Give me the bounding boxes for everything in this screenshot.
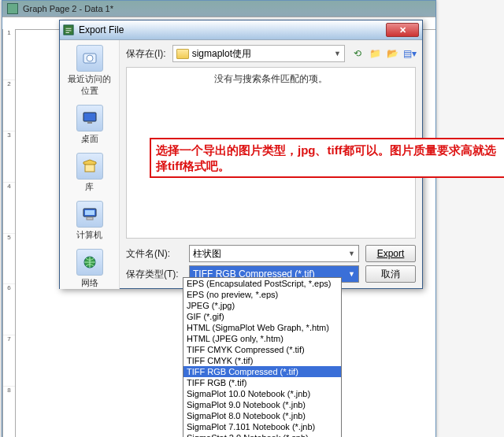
filetype-option[interactable]: SigmaStat 2.0 Notebook (*.snb) bbox=[183, 432, 341, 437]
place-computer-label: 计算机 bbox=[76, 229, 102, 241]
filename-value: 柱状图 bbox=[193, 247, 221, 261]
filetype-option[interactable]: HTML (JPEG only, *.htm) bbox=[183, 333, 341, 344]
place-desktop[interactable]: 桌面 bbox=[66, 105, 113, 145]
save-in-combo[interactable]: sigmaplot使用 ▼ bbox=[172, 45, 345, 62]
chevron-down-icon: ▼ bbox=[348, 250, 355, 257]
filetype-option[interactable]: SigmaPlot 8.0 Notebook (*.jnb) bbox=[183, 410, 341, 421]
filetype-option[interactable]: SigmaPlot 7.101 Notebook (*.jnb) bbox=[183, 421, 341, 432]
cancel-button[interactable]: 取消 bbox=[365, 265, 416, 283]
filetype-option[interactable]: HTML (SigmaPlot Web Graph, *.htm) bbox=[183, 322, 341, 333]
filetype-option[interactable]: JPEG (*.jpg) bbox=[183, 300, 341, 311]
computer-icon bbox=[76, 201, 103, 228]
export-file-icon bbox=[63, 24, 74, 35]
place-computer[interactable]: 计算机 bbox=[66, 201, 113, 241]
network-icon bbox=[76, 249, 103, 276]
filename-label: 文件名(N): bbox=[126, 247, 183, 261]
filetype-option[interactable]: EPS (Encapsulated PostScript, *.eps) bbox=[183, 278, 341, 289]
recent-places-icon bbox=[76, 45, 103, 72]
filetype-option[interactable]: TIFF RGB (*.tif) bbox=[183, 377, 341, 388]
filetype-option[interactable]: TIFF CMYK (*.tif) bbox=[183, 355, 341, 366]
chevron-down-icon: ▼ bbox=[348, 270, 355, 278]
annotation-callout: 选择一个导出的图片类型，jpg、tiff都可以。图片质量要求高就选择tiff格式… bbox=[150, 138, 504, 178]
chevron-down-icon: ▼ bbox=[334, 50, 341, 57]
export-button-label: Export bbox=[377, 248, 405, 259]
svg-rect-3 bbox=[83, 113, 96, 121]
filetype-option[interactable]: EPS (no preview, *.eps) bbox=[183, 289, 341, 300]
folder-icon bbox=[176, 49, 189, 59]
filetype-option[interactable]: GIF (*.gif) bbox=[183, 311, 341, 322]
graph-page-icon bbox=[7, 3, 18, 14]
up-folder-icon[interactable]: 📁 bbox=[369, 47, 381, 60]
save-in-label: 保存在(I): bbox=[126, 47, 166, 61]
filetype-option[interactable]: TIFF RGB Compressed (*.tif) bbox=[183, 366, 341, 377]
filetype-option[interactable]: SigmaPlot 9.0 Notebook (*.jnb) bbox=[183, 399, 341, 410]
place-library-label: 库 bbox=[85, 181, 94, 193]
filetype-dropdown-list[interactable]: EPS (Encapsulated PostScript, *.eps)EPS … bbox=[183, 277, 342, 437]
export-button[interactable]: Export bbox=[365, 245, 416, 262]
close-button[interactable]: ✕ bbox=[386, 23, 419, 37]
filetype-label: 保存类型(T): bbox=[126, 268, 183, 281]
back-icon[interactable]: ⟲ bbox=[351, 47, 364, 60]
svg-rect-0 bbox=[64, 25, 73, 35]
new-folder-icon[interactable]: 📂 bbox=[386, 47, 398, 60]
empty-message: 没有与搜索条件匹配的项。 bbox=[214, 72, 328, 86]
place-recent-label: 最近访问的位置 bbox=[66, 73, 113, 97]
filetype-option[interactable]: TIFF CMYK Compressed (*.tif) bbox=[183, 344, 341, 355]
svg-point-2 bbox=[87, 55, 93, 61]
filetype-option[interactable]: SigmaPlot 10.0 Notebook (*.jnb) bbox=[183, 388, 341, 399]
ruler-vertical: 12345678 bbox=[2, 29, 16, 437]
desktop-icon bbox=[76, 105, 103, 131]
save-in-value: sigmaplot使用 bbox=[192, 47, 251, 61]
svg-rect-5 bbox=[85, 165, 94, 172]
graph-page-title: Graph Page 2 - Data 1* bbox=[23, 4, 113, 13]
cancel-button-label: 取消 bbox=[381, 268, 400, 281]
place-desktop-label: 桌面 bbox=[81, 133, 98, 145]
svg-rect-8 bbox=[87, 217, 93, 220]
place-library[interactable]: 库 bbox=[66, 153, 113, 193]
place-network[interactable]: 网络 bbox=[66, 249, 113, 289]
filename-combo[interactable]: 柱状图 ▼ bbox=[189, 245, 359, 262]
place-recent[interactable]: 最近访问的位置 bbox=[66, 45, 113, 97]
library-icon bbox=[76, 153, 103, 180]
places-bar: 最近访问的位置 桌面 库 计算机 bbox=[60, 40, 120, 289]
graph-page-titlebar: Graph Page 2 - Data 1* bbox=[2, 1, 435, 17]
views-icon[interactable]: ▤▾ bbox=[403, 47, 416, 60]
svg-rect-7 bbox=[85, 210, 94, 215]
svg-rect-4 bbox=[87, 122, 92, 124]
dialog-title: Export File bbox=[79, 24, 386, 35]
dialog-titlebar[interactable]: Export File ✕ bbox=[60, 20, 422, 40]
place-network-label: 网络 bbox=[81, 277, 98, 289]
